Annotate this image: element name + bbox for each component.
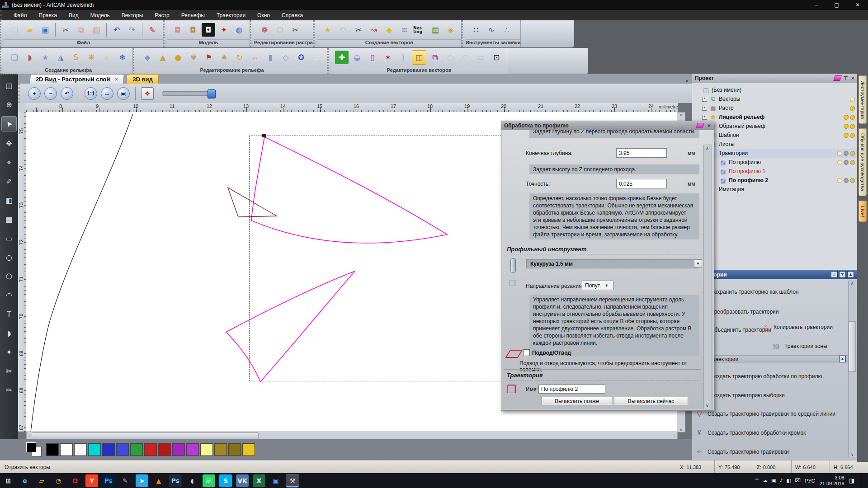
toolbar-icon[interactable]: ❋ bbox=[85, 51, 98, 64]
toolbar-icon[interactable]: ◫ bbox=[412, 50, 426, 65]
project-tree-row[interactable]: + Имитация bbox=[692, 185, 858, 194]
toolbar-icon[interactable]: ⌢ bbox=[248, 51, 262, 64]
dialog-scrollbar[interactable]: ∧ ∨ bbox=[703, 145, 712, 409]
toolbar-icon[interactable]: ♠ bbox=[217, 51, 231, 64]
left-tool[interactable]: ○ bbox=[2, 250, 16, 264]
toolbar-icon[interactable]: ▯ bbox=[366, 51, 379, 64]
maximize-button[interactable]: ▢ bbox=[826, 0, 847, 10]
toolbar-icon[interactable]: ▲ bbox=[156, 51, 170, 64]
toolbar-icon[interactable]: ◠ bbox=[459, 51, 472, 64]
toolbar-icon[interactable]: ⧉ bbox=[428, 51, 442, 64]
toolbar-icon[interactable]: ◆ bbox=[382, 23, 396, 37]
toolbar-icon[interactable]: ✶ bbox=[381, 51, 395, 64]
palette-swatch[interactable] bbox=[144, 443, 157, 456]
toolbar-icon[interactable]: ❄ bbox=[115, 51, 129, 64]
toolbar-icon[interactable]: ▦ bbox=[429, 23, 442, 37]
menu-item[interactable]: Вид bbox=[63, 11, 84, 20]
toolbar-icon[interactable]: ✂ bbox=[59, 23, 72, 37]
tray-icon[interactable]: ▣ bbox=[771, 478, 776, 483]
palette-swatch[interactable] bbox=[228, 443, 241, 456]
toolbar-icon[interactable]: ⬡ bbox=[273, 23, 287, 37]
action-center-icon[interactable]: ◨ bbox=[849, 477, 854, 484]
tab-2d-view[interactable]: 2D Вид - Растровый слой × bbox=[29, 74, 124, 84]
lead-checkbox[interactable] bbox=[523, 349, 530, 356]
taskbar-app[interactable]: ☏ bbox=[203, 474, 215, 487]
toolbar-icon[interactable]: ◆ bbox=[141, 51, 154, 64]
primary-secondary-colours[interactable] bbox=[26, 442, 42, 457]
toolbar-icon[interactable]: ↷ bbox=[125, 23, 139, 37]
toolbar-icon[interactable]: ★ bbox=[38, 51, 52, 64]
toolbar-icon[interactable]: ◇ bbox=[279, 51, 292, 64]
palette-swatch[interactable] bbox=[74, 443, 87, 456]
toolbar-icon[interactable]: ✾ bbox=[187, 51, 200, 64]
vector-start-node[interactable] bbox=[262, 134, 266, 137]
view-button[interactable]: − bbox=[44, 87, 57, 100]
dialog-title-bar[interactable]: Обработка по профилю ✕ bbox=[501, 121, 714, 130]
toolbar-icon[interactable]: ❁ bbox=[258, 23, 271, 37]
toolbar-icon[interactable] bbox=[142, 23, 142, 37]
menu-item[interactable]: Векторы bbox=[116, 11, 148, 20]
menu-item[interactable]: Рельефы bbox=[176, 11, 210, 20]
panel-header-button[interactable]: ▼ bbox=[839, 271, 846, 278]
dialog-close-icon[interactable]: ✕ bbox=[707, 123, 711, 129]
palette-swatch[interactable] bbox=[158, 443, 171, 456]
project-tree-row[interactable]: + ✽ Лицевой рельеф bbox=[692, 113, 858, 122]
toolbar-icon[interactable] bbox=[55, 23, 56, 37]
taskbar-app[interactable]: Ps bbox=[169, 474, 182, 487]
visibility-bulbs[interactable] bbox=[836, 160, 855, 165]
left-tool[interactable]: ➤ bbox=[1, 116, 17, 131]
menu-item[interactable]: Модель bbox=[85, 11, 115, 20]
tool-select-dropdown[interactable]: ▼ bbox=[694, 259, 702, 267]
visibility-bulbs[interactable] bbox=[836, 178, 855, 183]
toolbar-icon[interactable]: ≋ bbox=[398, 23, 411, 37]
toolbar-icon[interactable]: ★ bbox=[321, 23, 335, 37]
section-collapse-button[interactable]: ▲ bbox=[839, 356, 846, 362]
toolbar-icon[interactable]: ⬨ bbox=[100, 51, 113, 64]
tab-list-dropdown-icon[interactable]: ▾ bbox=[686, 79, 688, 84]
toolbar-icon[interactable] bbox=[106, 23, 107, 37]
toolbar-icon[interactable]: ↶ bbox=[110, 23, 123, 37]
tolerance-input[interactable]: 0.025 bbox=[616, 179, 667, 188]
toolpath-command[interactable]: Траектории bbox=[693, 355, 850, 363]
toolbar-icon[interactable]: ▱ bbox=[310, 51, 323, 64]
toolbar-icon[interactable]: ✂ bbox=[288, 23, 302, 37]
side-tab[interactable]: Инструментарий bbox=[859, 75, 867, 124]
show-desktop-button[interactable] bbox=[861, 473, 863, 488]
project-tree-row[interactable]: + ▧ Листы bbox=[692, 140, 858, 149]
view-button[interactable] bbox=[79, 87, 79, 100]
zoom-slider-thumb[interactable] bbox=[208, 89, 216, 99]
close-button[interactable]: ✕ bbox=[847, 0, 868, 10]
toolpath-command[interactable]: ▧ Траектории зоны bbox=[770, 342, 827, 350]
menu-item[interactable]: Правка bbox=[33, 11, 63, 20]
visibility-bulbs[interactable] bbox=[849, 106, 855, 111]
calculate-now-button[interactable]: Вычислить сейчас bbox=[614, 397, 688, 405]
zoom-slider[interactable] bbox=[162, 91, 215, 96]
tray-icon[interactable]: ^ bbox=[755, 478, 759, 483]
palette-swatch[interactable] bbox=[242, 443, 255, 456]
palette-swatch[interactable] bbox=[46, 443, 59, 456]
toolbar-icon[interactable]: ◈ bbox=[444, 23, 458, 37]
left-tool[interactable]: ⊕ bbox=[2, 97, 16, 112]
toolpath-command[interactable]: ◉ Создать траекторию обработки по профил… bbox=[696, 372, 822, 380]
toolbar-icon[interactable]: ∷ bbox=[469, 23, 483, 37]
toolpath-name-input[interactable]: По профилю 2 bbox=[538, 385, 605, 394]
toolbar-icon[interactable]: ↝ bbox=[367, 23, 381, 37]
project-tree-row[interactable]: + Траектории bbox=[692, 149, 858, 158]
left-tool[interactable]: ✥ bbox=[2, 136, 16, 150]
toolbar-icon[interactable]: ◌ bbox=[443, 51, 457, 64]
toolbar-icon[interactable]: ▢ bbox=[8, 23, 21, 37]
toolbar-icon[interactable]: ◍ bbox=[232, 23, 246, 37]
toolbar-icon[interactable]: ✂ bbox=[352, 23, 365, 37]
palette-swatch[interactable] bbox=[116, 443, 129, 456]
side-tab[interactable]: Обучающие руководства bbox=[859, 128, 867, 196]
help-book-icon[interactable] bbox=[833, 75, 842, 81]
close-icon[interactable]: ✕ bbox=[851, 75, 855, 81]
taskbar-app[interactable]: O bbox=[69, 474, 81, 487]
taskbar-app[interactable]: ⊞ bbox=[2, 474, 14, 487]
toolbar-icon[interactable]: ▣ bbox=[38, 23, 52, 37]
palette-swatch[interactable] bbox=[102, 443, 115, 456]
selected-tool-field[interactable]: Кукуруза 1.5 мм bbox=[526, 259, 698, 268]
toolbar-icon[interactable]: ∴ bbox=[500, 23, 514, 37]
toolbar-icon[interactable]: ▮ bbox=[264, 51, 277, 64]
project-tree-row[interactable]: + ⧉ Векторы bbox=[692, 94, 858, 103]
